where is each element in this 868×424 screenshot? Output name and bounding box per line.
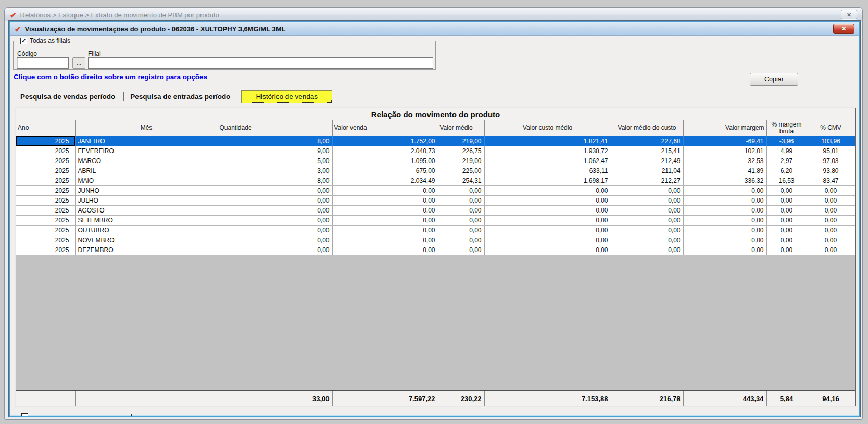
cell[interactable]: 0,00 <box>807 195 855 205</box>
cell[interactable]: -3,96 <box>766 136 807 146</box>
cell[interactable]: 2025 <box>16 235 75 245</box>
cell[interactable]: 2,97 <box>766 156 807 166</box>
column-header-6[interactable]: Valor custo médio <box>484 120 611 136</box>
cell[interactable]: 2.034,49 <box>332 176 438 185</box>
table-row[interactable]: 2025MAIO8,002.034,49254,311.698,17212,27… <box>16 176 855 185</box>
all-branches-checkbox[interactable]: ✓ <box>20 38 27 44</box>
cell[interactable]: 0,00 <box>683 225 766 235</box>
cell[interactable]: AGOSTO <box>75 205 218 215</box>
parent-close-button[interactable]: ✕ <box>841 10 857 19</box>
table-row[interactable]: 2025SETEMBRO0,000,000,000,000,000,000,00… <box>16 215 855 225</box>
cell[interactable]: 633,11 <box>484 166 611 176</box>
cell[interactable]: 0,00 <box>807 205 855 215</box>
column-header-4[interactable]: Valor venda <box>332 120 438 136</box>
cell[interactable]: SETEMBRO <box>75 215 218 225</box>
cell[interactable]: 0,00 <box>438 185 484 195</box>
column-header-3[interactable]: Quantidade <box>218 120 332 136</box>
cell[interactable]: 225,00 <box>438 166 484 176</box>
cell[interactable]: 0,00 <box>484 235 611 245</box>
cell[interactable]: 0,00 <box>438 215 484 225</box>
cell[interactable]: 2025 <box>16 215 75 225</box>
dialog-close-button[interactable]: ✕ <box>833 24 854 34</box>
cell[interactable]: MARCO <box>75 156 218 166</box>
cell[interactable]: 6,20 <box>766 166 807 176</box>
cell[interactable]: 0,00 <box>484 215 611 225</box>
cell[interactable]: 0,00 <box>683 235 766 245</box>
cell[interactable]: -69,41 <box>683 136 766 146</box>
cell[interactable]: 0,00 <box>438 205 484 215</box>
cell[interactable]: 0,00 <box>484 245 611 255</box>
column-header-1[interactable]: Ano <box>16 120 75 136</box>
cell[interactable]: 1.821,41 <box>484 136 611 146</box>
table-row[interactable]: 2025FEVEREIRO9,002.040,73226,751.938,722… <box>16 146 855 156</box>
cell[interactable]: 1.938,72 <box>484 146 611 156</box>
cell[interactable]: 675,00 <box>332 166 438 176</box>
cell[interactable]: 0,00 <box>332 195 438 205</box>
cell[interactable]: 0,00 <box>683 195 766 205</box>
cell[interactable]: 2025 <box>16 205 75 215</box>
filial-input[interactable] <box>88 57 433 69</box>
table-row[interactable]: 2025MARCO5,001.095,00219,001.062,47212,4… <box>16 156 855 166</box>
cell[interactable]: 2025 <box>16 156 75 166</box>
cell[interactable]: 227,68 <box>611 136 683 146</box>
table-row[interactable]: 2025JUNHO0,000,000,000,000,000,000,000,0… <box>16 185 855 195</box>
cell[interactable]: 0,00 <box>332 185 438 195</box>
cell[interactable]: 93,80 <box>807 166 855 176</box>
cell[interactable]: 0,00 <box>438 225 484 235</box>
cell[interactable]: 0,00 <box>611 225 683 235</box>
cell[interactable]: JUNHO <box>75 185 218 195</box>
cell[interactable]: 0,00 <box>766 245 807 255</box>
table-row[interactable]: 2025DEZEMBRO0,000,000,000,000,000,000,00… <box>16 245 855 255</box>
tab-2[interactable]: Pesquisa de entradas período <box>125 91 237 102</box>
cell[interactable]: 0,00 <box>438 245 484 255</box>
table-row[interactable]: 2025ABRIL3,00675,00225,00633,11211,0441,… <box>16 166 855 176</box>
cell[interactable]: JULHO <box>75 195 218 205</box>
cell[interactable]: 0,00 <box>484 205 611 215</box>
cell[interactable]: 0,00 <box>218 215 332 225</box>
cell[interactable]: 0,00 <box>332 215 438 225</box>
cell[interactable]: 102,01 <box>683 146 766 156</box>
cell[interactable]: FEVEREIRO <box>75 146 218 156</box>
cell[interactable]: OUTUBRO <box>75 225 218 235</box>
cell[interactable]: 0,00 <box>332 205 438 215</box>
cell[interactable]: 0,00 <box>218 245 332 255</box>
cell[interactable]: 0,00 <box>218 185 332 195</box>
cell[interactable]: 8,00 <box>218 136 332 146</box>
cell[interactable]: 2025 <box>16 245 75 255</box>
cell[interactable]: 1.062,47 <box>484 156 611 166</box>
cell[interactable]: 4,99 <box>766 146 807 156</box>
cell[interactable]: 0,00 <box>332 235 438 245</box>
cell[interactable]: 219,00 <box>438 156 484 166</box>
tab-1[interactable]: Pesquisa de vendas período <box>15 91 122 102</box>
table-row[interactable]: 2025OUTUBRO0,000,000,000,000,000,000,000… <box>16 225 855 235</box>
cell[interactable]: 0,00 <box>438 195 484 205</box>
cell[interactable]: 0,00 <box>807 245 855 255</box>
cell[interactable]: 16,53 <box>766 176 807 185</box>
cell[interactable]: 0,00 <box>766 185 807 195</box>
cell[interactable]: 2025 <box>16 136 75 146</box>
cell[interactable]: 226,75 <box>438 146 484 156</box>
cell[interactable]: 1.752,00 <box>332 136 438 146</box>
cell[interactable]: 212,27 <box>611 176 683 185</box>
cell[interactable]: 0,00 <box>611 215 683 225</box>
browse-button[interactable]: ... <box>72 57 85 69</box>
column-header-7[interactable]: Valor médio do custo <box>611 120 683 136</box>
cell[interactable]: NOVEMBRO <box>75 235 218 245</box>
cell[interactable]: 0,00 <box>683 245 766 255</box>
cell[interactable]: 9,00 <box>218 146 332 156</box>
cell[interactable]: 2025 <box>16 195 75 205</box>
tab-3[interactable]: Histórico de vendas <box>242 91 332 103</box>
table-row[interactable]: 2025AGOSTO0,000,000,000,000,000,000,000,… <box>16 205 855 215</box>
cell[interactable]: 2025 <box>16 185 75 195</box>
cell[interactable]: 2025 <box>16 166 75 176</box>
table-row[interactable]: 2025JANEIRO8,001.752,00219,001.821,41227… <box>16 136 855 146</box>
cell[interactable]: 95,01 <box>807 146 855 156</box>
cell[interactable]: 0,00 <box>683 185 766 195</box>
cell[interactable]: 0,00 <box>611 205 683 215</box>
cell[interactable]: 219,00 <box>438 136 484 146</box>
cell[interactable]: 1.698,17 <box>484 176 611 185</box>
cell[interactable]: 0,00 <box>766 225 807 235</box>
cell[interactable]: 0,00 <box>332 245 438 255</box>
cell[interactable]: 103,96 <box>807 136 855 146</box>
cell[interactable]: 3,00 <box>218 166 332 176</box>
